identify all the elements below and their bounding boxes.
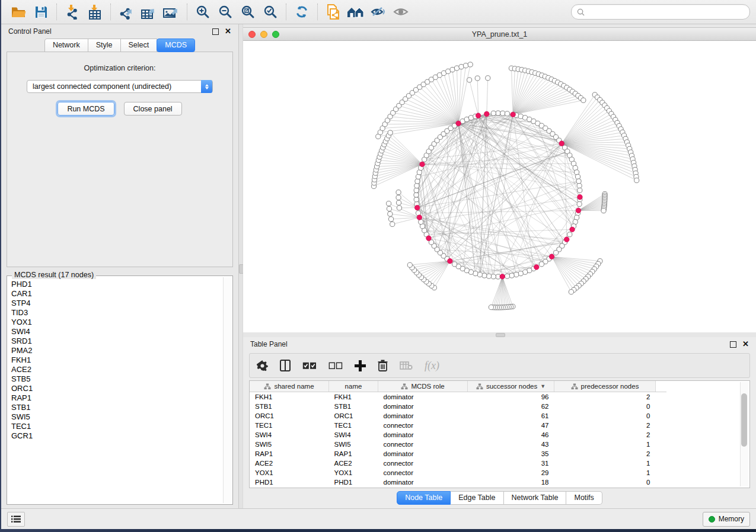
- tab-select[interactable]: Select: [120, 39, 158, 52]
- close-panel-button[interactable]: Close panel: [124, 102, 182, 116]
- ring-node[interactable]: [477, 272, 482, 277]
- table-settings-button[interactable]: [257, 360, 268, 371]
- ring-node[interactable]: [577, 201, 582, 206]
- leaf-node[interactable]: [390, 222, 395, 226]
- ring-node[interactable]: [575, 170, 579, 175]
- split-columns-button[interactable]: [280, 360, 291, 371]
- leaf-node[interactable]: [467, 78, 472, 82]
- ring-node[interactable]: [514, 272, 519, 277]
- cell-mcds-role[interactable]: connector: [378, 459, 468, 468]
- leaf-node[interactable]: [388, 211, 393, 216]
- cell-name[interactable]: ORC1: [329, 411, 378, 421]
- dominator-node[interactable]: [559, 141, 564, 146]
- cell-predecessor-nodes[interactable]: 2: [554, 421, 656, 430]
- ring-node[interactable]: [452, 262, 457, 267]
- ring-node[interactable]: [414, 197, 419, 202]
- cell-shared-name[interactable]: SWI5: [250, 440, 329, 449]
- dominator-node[interactable]: [417, 215, 422, 220]
- dominator-node[interactable]: [456, 121, 461, 126]
- mcds-node-item[interactable]: SWI4: [11, 327, 223, 336]
- dominator-node[interactable]: [576, 208, 581, 213]
- network-graph[interactable]: [243, 41, 756, 332]
- cell-successor-nodes[interactable]: 35: [468, 449, 554, 459]
- mcds-node-item[interactable]: SRD1: [11, 336, 223, 346]
- ring-node[interactable]: [509, 273, 514, 278]
- mcds-node-item[interactable]: RAP1: [11, 393, 223, 403]
- duplicate-network-button[interactable]: [323, 2, 344, 21]
- dominator-node[interactable]: [448, 258, 453, 264]
- mcds-node-item[interactable]: PHD1: [11, 280, 223, 289]
- cell-name[interactable]: YOX1: [329, 468, 378, 477]
- dominator-node[interactable]: [511, 112, 516, 117]
- dominator-node[interactable]: [578, 194, 583, 200]
- mcds-node-item[interactable]: GCR1: [11, 431, 223, 441]
- mcds-node-item[interactable]: FKH1: [11, 355, 223, 365]
- tab-node-table[interactable]: Node Table: [397, 491, 451, 505]
- dominator-node[interactable]: [476, 113, 481, 118]
- ring-node[interactable]: [578, 188, 582, 193]
- tab-motifs[interactable]: Motifs: [566, 491, 602, 505]
- import-table-button[interactable]: [84, 2, 106, 21]
- dominator-node[interactable]: [426, 236, 432, 241]
- run-mcds-button[interactable]: Run MCDS: [58, 102, 114, 116]
- mcds-node-item[interactable]: YOX1: [11, 318, 223, 327]
- cell-predecessor-nodes[interactable]: 1: [554, 459, 656, 468]
- close-panel-icon[interactable]: ✕: [742, 341, 749, 347]
- table-row[interactable]: SWI4SWI4dominator462: [250, 430, 666, 440]
- ring-node[interactable]: [496, 111, 500, 116]
- cell-shared-name[interactable]: YOX1: [250, 468, 329, 477]
- import-network-button[interactable]: [62, 2, 83, 21]
- ring-node[interactable]: [419, 219, 423, 224]
- table-row[interactable]: SWI5SWI5connector431: [250, 440, 666, 449]
- show-all-button[interactable]: [390, 2, 412, 21]
- cell-mcds-role[interactable]: dominator: [378, 392, 468, 402]
- cell-successor-nodes[interactable]: 62: [468, 402, 554, 411]
- export-network-button[interactable]: [116, 2, 137, 21]
- ring-node[interactable]: [491, 111, 496, 116]
- ring-node[interactable]: [491, 274, 496, 279]
- mcds-node-item[interactable]: TID3: [11, 308, 223, 318]
- leaf-node[interactable]: [388, 217, 393, 222]
- ring-node[interactable]: [416, 174, 420, 179]
- leaf-node[interactable]: [407, 262, 412, 267]
- ring-node[interactable]: [415, 179, 420, 184]
- search-input[interactable]: [588, 7, 744, 17]
- ring-node[interactable]: [576, 179, 581, 184]
- cell-predecessor-nodes[interactable]: 2: [554, 430, 656, 440]
- cell-shared-name[interactable]: FKH1: [250, 392, 329, 402]
- network-canvas[interactable]: [243, 41, 756, 332]
- cell-successor-nodes[interactable]: 29: [468, 468, 554, 477]
- cell-mcds-role[interactable]: dominator: [378, 449, 468, 459]
- ring-node[interactable]: [414, 188, 419, 193]
- ring-node[interactable]: [505, 111, 509, 116]
- cell-predecessor-nodes[interactable]: 2: [554, 449, 656, 459]
- ring-node[interactable]: [575, 174, 580, 179]
- leaf-node[interactable]: [397, 206, 401, 210]
- dominator-node[interactable]: [420, 162, 425, 167]
- hide-selected-button[interactable]: [368, 2, 389, 21]
- refresh-view-button[interactable]: [291, 2, 312, 21]
- leaf-node[interactable]: [569, 290, 573, 294]
- cell-mcds-role[interactable]: dominator: [378, 477, 468, 487]
- leaf-node[interactable]: [459, 65, 464, 69]
- cell-predecessor-nodes[interactable]: 0: [554, 411, 656, 421]
- cell-predecessor-nodes[interactable]: 1: [554, 468, 656, 477]
- ring-node[interactable]: [500, 111, 505, 116]
- horizontal-splitter[interactable]: [243, 332, 756, 337]
- mcds-result-list[interactable]: PHD1CAR1STP4TID3YOX1SWI4SRD1PMA2FKH1ACE2…: [8, 278, 223, 503]
- dominator-node[interactable]: [549, 254, 554, 259]
- cell-mcds-role[interactable]: dominator: [378, 430, 468, 440]
- ring-node[interactable]: [553, 250, 558, 255]
- tab-mcds[interactable]: MCDS: [157, 39, 195, 52]
- table-row[interactable]: STB1STB1dominator620: [250, 402, 666, 411]
- leaf-node[interactable]: [489, 305, 493, 310]
- maximize-window-icon[interactable]: [272, 31, 279, 38]
- cell-name[interactable]: TEC1: [329, 421, 378, 430]
- zoom-selected-region-button[interactable]: [260, 2, 281, 21]
- table-row[interactable]: YOX1YOX1connector291: [250, 468, 666, 477]
- task-history-button[interactable]: [7, 512, 25, 527]
- select-all-rows-button[interactable]: [302, 362, 317, 370]
- minimize-window-icon[interactable]: [260, 31, 267, 38]
- cell-shared-name[interactable]: SWI4: [250, 430, 329, 440]
- cell-successor-nodes[interactable]: 31: [468, 459, 554, 468]
